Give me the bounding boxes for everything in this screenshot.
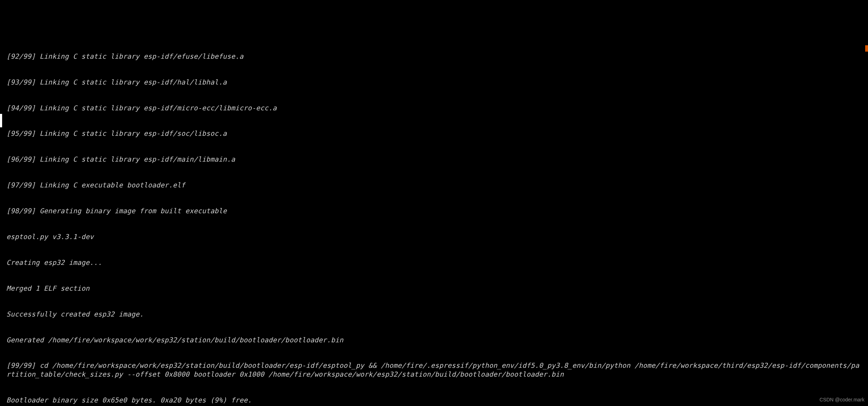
tool-version-line: esptool.py v3.3.1-dev (6, 233, 862, 241)
status-line: Merged 1 ELF section (6, 284, 862, 293)
build-step-line: [95/99] Linking C static library esp-idf… (6, 129, 862, 138)
binary-size-line: Bootloader binary size 0x65e0 bytes. 0xa… (6, 396, 862, 405)
scrollbar-thumb[interactable] (865, 45, 868, 52)
build-step-line: [94/99] Linking C static library esp-idf… (6, 104, 862, 112)
generated-path-line: Generated /home/fire/workspace/work/esp3… (6, 336, 862, 344)
build-step-line: [92/99] Linking C static library esp-idf… (6, 52, 862, 61)
build-step-line: [98/99] Generating binary image from bui… (6, 207, 862, 215)
terminal-output: [92/99] Linking C static library esp-idf… (6, 35, 862, 406)
status-line: Creating esp32 image... (6, 259, 862, 267)
success-line: Successfully created esp32 image. (6, 310, 862, 319)
build-step-line: [93/99] Linking C static library esp-idf… (6, 78, 862, 87)
watermark-text: CSDN @coder.mark (820, 395, 864, 404)
build-step-line: [97/99] Linking C executable bootloader.… (6, 181, 862, 190)
build-step-line: [99/99] cd /home/fire/workspace/work/esp… (6, 361, 862, 379)
build-step-line: [96/99] Linking C static library esp-idf… (6, 155, 862, 164)
left-edge-indicator (0, 114, 2, 127)
